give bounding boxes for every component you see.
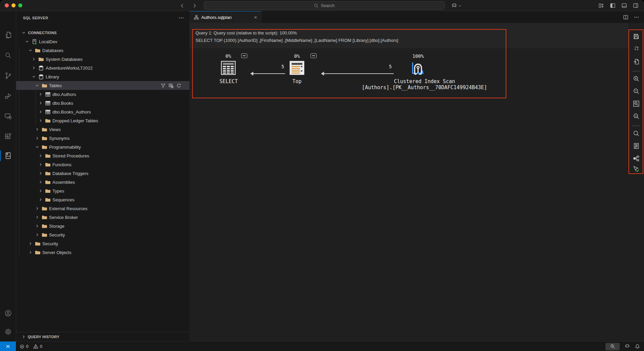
filter-icon[interactable] [161,83,166,88]
zoom-indicator-icon[interactable] [605,343,620,350]
chevron-right-icon [21,334,26,340]
zoom-to-fit-icon[interactable] [631,99,641,108]
titlebar: Search [0,0,644,11]
navigate-back-button[interactable] [179,2,186,9]
show-query-icon[interactable] [631,44,641,54]
tree-item-storage[interactable]: Storage [16,222,189,230]
more-actions-icon[interactable] [634,15,639,20]
tree-item-types[interactable]: Types [16,186,189,195]
clustered-index-scan-icon[interactable] [409,59,427,77]
find-node-icon[interactable] [631,129,641,138]
tab-authors-sqlplan[interactable]: Authors.sqlplan [189,11,261,23]
zoom-in-icon[interactable] [631,74,641,83]
new-table-icon[interactable] [168,83,174,88]
save-plan-icon[interactable] [631,32,641,41]
zoom-out-icon[interactable] [631,86,641,96]
select-result-icon[interactable] [221,61,236,75]
tree-item-views[interactable]: Views [16,125,189,134]
plan-edge[interactable] [251,73,285,74]
collapse-node-button[interactable] [241,53,247,58]
tree-item-databases[interactable]: Databases [16,46,189,55]
tree-item-label: CONNECTIONS [28,31,57,35]
custom-zoom-icon[interactable] [631,111,641,121]
tree-item-security[interactable]: Security [16,239,189,248]
tree-item-database-triggers[interactable]: Database Triggers [16,169,189,178]
tree-item-dbo-books[interactable]: dbo.Books [16,99,189,107]
tree-item-functions[interactable]: Functions [16,160,189,169]
activity-run-debug-icon[interactable] [0,88,16,104]
collapse-node-button[interactable] [310,53,317,58]
tree-item-synonyms[interactable]: Synonyms [16,134,189,143]
tree-item-dropped-ledger-tables[interactable]: Dropped Ledger Tables [16,116,189,125]
activity-accounts-icon[interactable] [0,305,16,321]
plan-edge[interactable] [321,73,394,74]
chevron-right-icon [38,92,43,97]
tree-item-label: Storage [49,224,65,229]
chevron-right-icon [34,223,40,229]
navigate-forward-button[interactable] [191,2,198,9]
tree-item-system-databases[interactable]: System Databases [16,55,189,64]
properties-icon[interactable] [631,141,641,151]
copilot-menu-button[interactable] [451,2,462,10]
connections-tree: CONNECTIONSLocalDevDatabasesSystem Datab… [16,28,189,257]
tree-item-server-objects[interactable]: Server Objects [16,248,189,257]
close-window-button[interactable] [5,3,9,7]
refresh-icon[interactable] [176,83,181,88]
chevron-right-icon [31,65,37,71]
errors-count: 0 [26,344,28,349]
query-history-section[interactable]: QUERY HISTORY [16,332,189,341]
tree-item-localdev[interactable]: LocalDev [16,37,189,46]
minimize-window-button[interactable] [12,3,16,7]
chevron-down-icon [24,39,30,44]
open-plan-file-icon[interactable] [631,57,641,66]
activity-remote-explorer-icon[interactable] [0,108,16,124]
tree-item-stored-procedures[interactable]: Stored Procedures [16,151,189,160]
more-actions-icon[interactable] [179,15,184,21]
toggle-primary-sidebar-icon[interactable] [610,3,616,8]
activity-extensions-icon[interactable] [0,128,16,145]
activity-sql-server-icon[interactable] [0,148,16,164]
tree-item-label: Assemblies [52,180,75,185]
tree-item-adventureworkslt2022[interactable]: AdventureWorksLT2022 [16,64,189,72]
search-icon [314,3,319,8]
tree-item-dbo-authors[interactable]: dbo.Authors [16,90,189,99]
tree-item-library[interactable]: Library [16,72,189,81]
problems-status[interactable]: 0 0 [20,342,42,351]
split-editor-icon[interactable] [623,15,628,20]
compare-plan-icon[interactable] [631,154,641,163]
tree-item-label: dbo.Books_Authors [52,109,91,115]
tree-item-sequences[interactable]: Sequences [16,195,189,204]
search-input[interactable]: Search [204,1,445,10]
activity-source-control-icon[interactable] [0,68,16,84]
tree-item-connections[interactable]: CONNECTIONS [16,28,189,37]
tree-item-label: Server Objects [42,250,71,255]
remote-indicator[interactable] [0,342,16,351]
notifications-bell-icon[interactable] [635,344,640,349]
tree-item-service-broker[interactable]: Service Broker [16,213,189,222]
activity-settings-gear-icon[interactable] [0,324,16,340]
tree-item-assemblies[interactable]: Assemblies [16,178,189,186]
tree-item-tables[interactable]: Tables [16,81,189,90]
chevron-right-icon [34,127,40,132]
close-icon[interactable] [253,15,258,20]
actual-plan-icon[interactable] [631,164,641,174]
tree-item-programmability[interactable]: Programmability [16,143,189,151]
chevron-down-icon [34,144,40,150]
maximize-window-button[interactable] [18,3,22,7]
copilot-icon[interactable] [624,344,630,349]
customize-layout-icon[interactable] [598,3,604,8]
folder-icon [42,223,47,229]
toggle-secondary-sidebar-icon[interactable] [633,3,639,8]
tree-item-external-resources[interactable]: External Resources [16,204,189,213]
tree-item-security[interactable]: Security [16,230,189,239]
top-operator-icon[interactable] [290,61,304,75]
chevron-right-icon [34,135,40,141]
tree-item-label: dbo.Authors [52,92,76,97]
activity-search-icon[interactable] [0,47,16,64]
toggle-panel-icon[interactable] [621,3,627,8]
tree-item-dbo-books-authors[interactable]: dbo.Books_Authors [16,107,189,116]
chevron-right-icon [28,241,33,246]
activity-explorer-icon[interactable] [0,27,16,43]
chevron-right-icon [28,250,33,255]
select-node-cost: 0% [226,53,231,59]
